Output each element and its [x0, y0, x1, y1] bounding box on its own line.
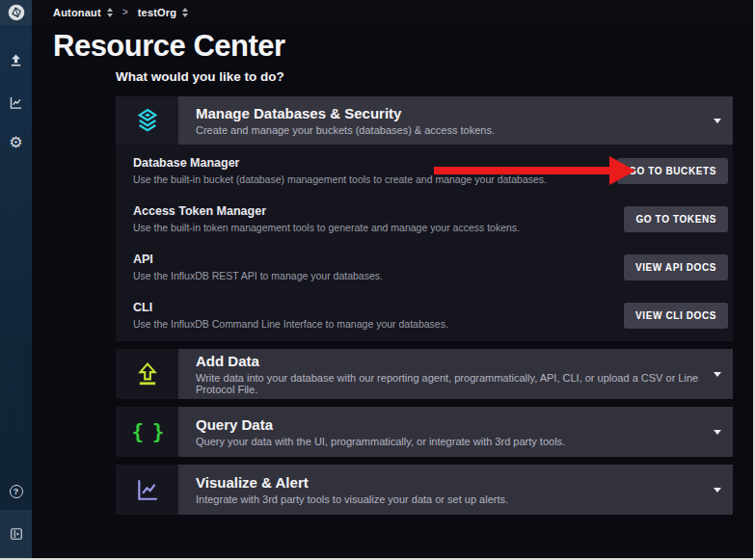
panel-manage-databases: Manage Databases & Security Create and m…	[116, 96, 733, 341]
row-cli: CLI Use the InfluxDB Command Line Interf…	[116, 291, 733, 339]
panel-header-text: Query Data Query your data with the UI, …	[178, 407, 733, 457]
row-title: CLI	[133, 301, 624, 314]
layers-icon	[133, 106, 162, 135]
chevron-down-icon	[714, 488, 721, 493]
panel-title: Visualize & Alert	[196, 474, 704, 491]
row-access-token-manager: Access Token Manager Use the built-in to…	[116, 195, 733, 243]
sidebar-item-help[interactable]: ?	[0, 478, 32, 505]
panel-header-text: Manage Databases & Security Create and m…	[178, 96, 733, 145]
influxdb-logo-icon	[8, 4, 25, 21]
panel-description: Query your data with the UI, programmati…	[196, 436, 704, 447]
panel-description: Create and manage your buckets (database…	[196, 124, 704, 136]
panel-description: Integrate with 3rd party tools to visual…	[196, 493, 704, 505]
annotation-arrow-shaft	[434, 167, 609, 174]
panel-add-data[interactable]: Add Data Write data into your database w…	[116, 349, 733, 399]
graph-icon	[9, 95, 23, 110]
help-icon: ?	[10, 485, 23, 498]
panel-icon-cell	[116, 349, 178, 399]
row-text: Access Token Manager Use the built-in to…	[133, 204, 624, 233]
resource-center-page: { "colors": { "accent_cyan": "#2ed4e4", …	[0, 0, 755, 560]
chevron-down-icon	[714, 372, 721, 377]
panel-description: Write data into your database with our r…	[196, 372, 704, 395]
sidebar-item-data-explorer[interactable]	[0, 89, 32, 116]
panel-header-text: Visualize & Alert Integrate with 3rd par…	[178, 465, 733, 515]
sidebar-footer	[0, 510, 32, 558]
panel-manage-databases-header[interactable]: Manage Databases & Security Create and m…	[116, 96, 733, 145]
row-title: API	[133, 253, 624, 266]
breadcrumb-org-dropdown[interactable]: Autonaut	[53, 7, 113, 18]
chevron-down-icon	[714, 430, 721, 435]
sort-caret-icon	[107, 8, 113, 17]
row-title: Access Token Manager	[133, 204, 624, 218]
braces-icon: { }	[132, 420, 163, 443]
sort-caret-icon	[182, 8, 188, 17]
page-title: Resource Center	[53, 29, 285, 64]
upload-icon	[9, 53, 23, 67]
view-api-docs-button[interactable]: VIEW API DOCS	[624, 254, 728, 280]
row-description: Use the InfluxDB REST API to manage your…	[133, 270, 624, 281]
row-description: Use the built-in bucket (database) manag…	[133, 173, 617, 185]
breadcrumb-project-dropdown[interactable]: testOrg	[138, 7, 189, 18]
resource-panels: Manage Databases & Security Create and m…	[116, 96, 733, 515]
panel-title: Add Data	[196, 353, 704, 369]
expand-sidebar-button[interactable]	[10, 527, 23, 541]
breadcrumb-org-label: Autonaut	[53, 7, 101, 18]
breadcrumb: Autonaut > testOrg	[32, 0, 753, 24]
breadcrumb-separator: >	[122, 7, 128, 17]
row-text: API Use the InfluxDB REST API to manage …	[133, 253, 624, 281]
panel-icon-cell	[116, 465, 178, 515]
row-database-manager: Database Manager Use the built-in bucket…	[116, 147, 733, 195]
go-to-tokens-button[interactable]: GO TO TOKENS	[624, 206, 728, 232]
row-text: CLI Use the InfluxDB Command Line Interf…	[133, 301, 624, 330]
upload-icon	[134, 360, 161, 387]
panel-visualize-alert[interactable]: Visualize & Alert Integrate with 3rd par…	[116, 465, 733, 515]
sidebar: ⚙ ?	[0, 0, 32, 558]
expand-panel-icon	[10, 527, 23, 541]
panel-manage-databases-body: Database Manager Use the built-in bucket…	[116, 145, 733, 341]
panel-title: Manage Databases & Security	[196, 105, 704, 121]
panel-header-text: Add Data Write data into your database w…	[178, 349, 733, 399]
sidebar-item-load-data[interactable]	[0, 46, 32, 73]
row-description: Use the built-in token management tools …	[133, 222, 624, 233]
page-subtitle: What would you like to do?	[116, 69, 284, 84]
breadcrumb-project-label: testOrg	[138, 7, 177, 18]
gear-icon: ⚙	[9, 135, 22, 150]
view-cli-docs-button[interactable]: VIEW CLI DOCS	[624, 303, 728, 329]
help-glyph: ?	[13, 487, 19, 496]
annotation-arrow-icon	[609, 156, 635, 185]
influxdb-logo[interactable]	[0, 0, 32, 25]
panel-title: Query Data	[196, 416, 704, 433]
panel-icon-cell	[116, 96, 178, 145]
row-description: Use the InfluxDB Command Line Interface …	[133, 318, 624, 330]
panel-query-data[interactable]: { } Query Data Query your data with the …	[116, 407, 733, 457]
sidebar-item-settings[interactable]: ⚙	[0, 129, 32, 156]
chevron-down-icon	[714, 119, 721, 123]
panel-icon-cell: { }	[116, 407, 178, 457]
row-api: API Use the InfluxDB REST API to manage …	[116, 243, 733, 291]
chart-icon	[135, 477, 160, 502]
